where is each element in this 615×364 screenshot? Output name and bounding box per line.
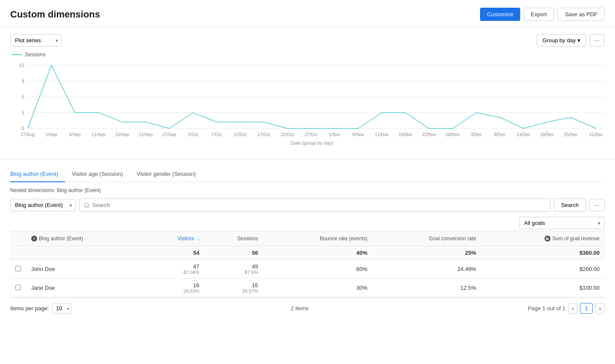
plot-series-dropdown[interactable]: Plot series bbox=[10, 34, 62, 47]
chart-section: Plot series Group by day ▾ ··· Sessions … bbox=[0, 27, 615, 160]
legend-line bbox=[12, 54, 22, 55]
tabs: Blog author (Event) Visitor age (Session… bbox=[10, 160, 605, 182]
table-section: Blog author (Event) Visitor age (Session… bbox=[0, 160, 615, 322]
svg-text:25/Dec: 25/Dec bbox=[564, 132, 577, 137]
row1-bounce-rate: 60% bbox=[263, 260, 372, 279]
svg-text:16/Nov: 16/Nov bbox=[398, 132, 413, 137]
th-goal-revenue: ▶ Sum of goal revenue bbox=[481, 231, 605, 246]
totals-row: 54 56 40% 25% $360.00 bbox=[10, 246, 605, 260]
pagination: Page 1 out of 1 ‹ 1 › bbox=[528, 303, 605, 314]
blog-author-info-icon: i bbox=[31, 236, 37, 242]
plot-series-wrapper: Plot series bbox=[10, 34, 62, 47]
row2-name: Jane Doe bbox=[26, 279, 144, 297]
totals-bounce-rate: 40% bbox=[263, 246, 372, 260]
items-per-page-label: Items per page: bbox=[10, 305, 49, 312]
tab-visitor-gender[interactable]: Visitor gender (Session) bbox=[130, 166, 203, 182]
chart-legend: Sessions bbox=[10, 52, 605, 58]
chart-controls-right: Group by day ▾ ··· bbox=[537, 34, 605, 47]
search-button[interactable]: Search bbox=[554, 198, 586, 212]
svg-text:16/Sep: 16/Sep bbox=[115, 132, 129, 137]
svg-point-36 bbox=[85, 203, 88, 207]
visitors-sort-arrow: ↓ bbox=[197, 236, 199, 241]
header-buttons: Customize Export Save as PDF bbox=[480, 8, 605, 21]
svg-text:21/Sep: 21/Sep bbox=[139, 132, 153, 137]
items-count: 2 items bbox=[291, 305, 309, 312]
group-by-button[interactable]: Group by day ▾ bbox=[537, 34, 586, 47]
svg-text:2/Oct: 2/Oct bbox=[188, 132, 199, 137]
row2-checkbox[interactable] bbox=[15, 285, 21, 290]
row2-checkbox-cell[interactable] bbox=[10, 279, 26, 297]
svg-text:Date (group by day): Date (group by day) bbox=[291, 140, 334, 146]
svg-text:27/Oct: 27/Oct bbox=[305, 132, 317, 137]
table-more-button[interactable]: ··· bbox=[589, 199, 605, 211]
svg-text:17/Oct: 17/Oct bbox=[258, 132, 270, 137]
tab-blog-author[interactable]: Blog author (Event) bbox=[10, 166, 65, 182]
svg-text:1/Nov: 1/Nov bbox=[329, 132, 341, 137]
table-row: John Doe 47 87.04% 49 87.5% 60% 24.49% $… bbox=[10, 260, 605, 279]
current-page: 1 bbox=[580, 303, 592, 314]
page-title: Custom dimensions bbox=[10, 9, 100, 20]
row1-goal-conversion: 24.49% bbox=[372, 260, 481, 279]
goal-revenue-play-icon: ▶ bbox=[545, 236, 551, 242]
th-goal-conversion: Goal conversion rate bbox=[372, 231, 481, 246]
svg-text:8/Dec: 8/Dec bbox=[494, 132, 506, 137]
svg-text:3/Dec: 3/Dec bbox=[471, 132, 482, 137]
table-toolbar: Blog author (Event) Search ··· bbox=[10, 198, 605, 212]
per-page-select[interactable]: 10 25 50 bbox=[52, 303, 71, 314]
svg-text:6/Nov: 6/Nov bbox=[352, 132, 364, 137]
table-header-row: i Blog author (Event) Visitors ↓ Session… bbox=[10, 231, 605, 246]
next-page-button[interactable]: › bbox=[595, 303, 605, 314]
page-info: Page 1 out of 1 bbox=[528, 305, 565, 312]
svg-text:1/Sep: 1/Sep bbox=[46, 132, 57, 137]
row1-checkbox-cell[interactable] bbox=[10, 260, 26, 279]
save-pdf-button[interactable]: Save as PDF bbox=[557, 8, 605, 21]
totals-checkbox-cell bbox=[10, 246, 26, 260]
svg-text:6/Sep: 6/Sep bbox=[69, 132, 81, 137]
goals-select-wrapper: All goals bbox=[10, 217, 605, 229]
th-sessions: Sessions bbox=[205, 231, 264, 246]
search-input[interactable] bbox=[92, 199, 546, 211]
customize-button[interactable]: Customize bbox=[480, 8, 520, 21]
row2-bounce-rate: 30% bbox=[263, 279, 372, 297]
th-bounce-rate: Bounce rate (events) bbox=[263, 231, 372, 246]
legend-label: Sessions bbox=[25, 52, 46, 58]
th-blog-author: i Blog author (Event) bbox=[26, 231, 144, 246]
svg-text:28/Nov: 28/Nov bbox=[446, 132, 460, 137]
svg-text:11/Sep: 11/Sep bbox=[92, 132, 106, 137]
nested-label: Nested dimensions: Blog author (Event) bbox=[10, 187, 605, 193]
tab-visitor-age[interactable]: Visitor age (Session) bbox=[65, 166, 130, 182]
th-visitors[interactable]: Visitors ↓ bbox=[144, 231, 205, 246]
prev-page-button[interactable]: ‹ bbox=[568, 303, 577, 314]
svg-text:27/Sep: 27/Sep bbox=[162, 132, 176, 137]
export-button[interactable]: Export bbox=[524, 8, 554, 21]
row2-goal-conversion: 12.5% bbox=[372, 279, 481, 297]
data-table: i Blog author (Event) Visitors ↓ Session… bbox=[10, 231, 605, 297]
row1-checkbox[interactable] bbox=[15, 266, 21, 271]
totals-visitors: 54 bbox=[144, 246, 205, 260]
chart-svg: 12 9 6 3 0 27/Aug 1/Sep 6/Sep 11/Sep 16/… bbox=[10, 61, 605, 146]
row1-goal-revenue: $260.00 bbox=[481, 260, 605, 279]
svg-text:11/Nov: 11/Nov bbox=[375, 132, 389, 137]
totals-sessions: 56 bbox=[205, 246, 264, 260]
chart-container: 12 9 6 3 0 27/Aug 1/Sep 6/Sep 11/Sep 16/… bbox=[10, 61, 605, 159]
svg-text:22/Nov: 22/Nov bbox=[422, 132, 436, 137]
row2-sessions: 16 28.57% bbox=[205, 279, 264, 297]
table-footer: Items per page: 10 25 50 2 items Page 1 … bbox=[10, 297, 605, 315]
search-icon bbox=[84, 202, 90, 208]
chart-more-button[interactable]: ··· bbox=[589, 34, 605, 47]
svg-text:3: 3 bbox=[21, 110, 24, 115]
dimension-dropdown[interactable]: Blog author (Event) bbox=[10, 199, 76, 211]
items-per-page: Items per page: 10 25 50 bbox=[10, 303, 71, 314]
row1-sessions: 49 87.5% bbox=[205, 260, 264, 279]
svg-text:19/Dec: 19/Dec bbox=[540, 132, 554, 137]
svg-text:0: 0 bbox=[21, 126, 24, 131]
row2-visitors: 16 29.63% bbox=[144, 279, 205, 297]
table-row: Jane Doe 16 29.63% 16 28.57% 30% 12.5% $… bbox=[10, 279, 605, 297]
svg-text:6: 6 bbox=[21, 94, 24, 99]
per-page-wrapper: 10 25 50 bbox=[52, 303, 71, 314]
goals-dropdown[interactable]: All goals bbox=[519, 217, 605, 229]
th-checkbox bbox=[10, 231, 26, 246]
row2-goal-revenue: $100.00 bbox=[481, 279, 605, 297]
chart-controls: Plot series Group by day ▾ ··· bbox=[10, 34, 605, 47]
svg-text:31/Dec: 31/Dec bbox=[589, 132, 603, 137]
